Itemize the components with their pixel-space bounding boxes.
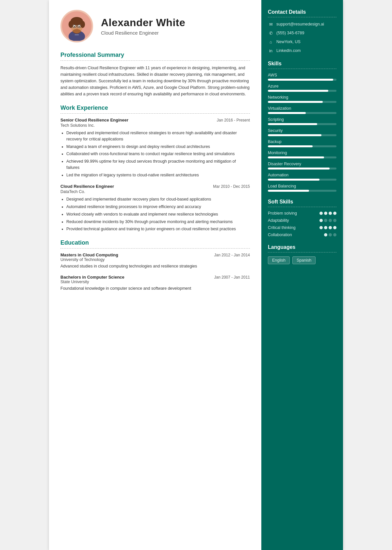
soft-skill-name: Adaptability [268,218,289,223]
contact-item: inLinkedIn.com [268,48,336,54]
skill-bar-fill [268,90,328,92]
edu-degree: Masters in Cloud Computing [60,252,118,257]
skill-bar-bg [268,90,336,92]
job-block: Senior Cloud Resilience EngineerJan 2016… [60,118,250,178]
edu-block: Masters in Cloud ComputingJan 2012 - Jan… [60,252,250,269]
contact-item: ⌂NewYork, US [268,39,336,45]
soft-skill-item: Adaptability [268,218,336,223]
skills-title: Skills [268,61,336,67]
skill-name: Load Balancing [268,184,336,188]
dot-empty [333,233,336,236]
list-item: Designed and implemented disaster recove… [66,196,250,202]
contact-value: support@resumedesign.ai [276,22,324,26]
dot-filled [319,226,323,229]
skill-bar-bg [268,112,336,114]
edu-date: Jan 2012 - Jan 2014 [214,253,250,257]
skill-item: Load Balancing [268,184,336,192]
dot-empty [333,219,336,222]
soft-skills-container: Problem solvingAdaptabilityCritical thin… [268,211,336,237]
list-item: Collaborated with cross-functional teams… [66,151,250,157]
dot-filled [333,226,336,229]
soft-skill-name: Collaboration [268,233,292,237]
soft-skill-name: Critical thinking [268,225,296,230]
skill-item: Disaster Recovery [268,162,336,170]
skill-bar-bg [268,190,336,192]
svg-rect-15 [75,34,79,35]
skill-item: Security [268,128,336,136]
contact-icon: in [268,48,274,54]
skill-bar-fill [268,101,323,103]
contact-item: ✆(555) 345-6789 [268,30,336,36]
work-experience-section: Work Experience Senior Cloud Resilience … [60,105,250,232]
skill-item: AWS [268,73,336,81]
summary-divider [60,60,250,61]
skill-bar-bg [268,134,336,136]
svg-point-14 [73,29,81,34]
list-item: Managed a team of engineers to design an… [66,144,250,150]
skill-bar-fill [268,168,330,170]
job-bullets: Developed and implemented cloud resilien… [60,130,250,178]
skill-name: Security [268,128,336,133]
skill-item: Azure [268,84,336,92]
skill-item: Scripting [268,117,336,125]
edu-date: Jan 2007 - Jan 2011 [214,275,250,280]
lang-container: EnglishSpanish [268,256,336,264]
dot-empty [324,219,327,222]
edu-container: Masters in Cloud ComputingJan 2012 - Jan… [60,252,250,292]
edu-school: State University [60,280,250,284]
soft-skills-divider [268,207,336,207]
contact-divider [268,17,336,17]
dots [319,219,336,222]
soft-skills-title: Soft Skills [268,199,336,205]
dot-filled [324,226,327,229]
skill-name: Monitoring [268,151,336,155]
list-item: Developed and implemented cloud resilien… [66,130,250,142]
skills-section: Skills AWSAzureNetworkingVirtualizationS… [268,61,336,192]
work-divider [60,113,250,114]
job-header: Senior Cloud Resilience EngineerJan 2016… [60,118,250,122]
contact-value: NewYork, US [276,40,301,44]
job-bullets: Designed and implemented disaster recove… [60,196,250,232]
skill-name: Backup [268,139,336,144]
header: Alexander White Cloud Resilience Enginee… [60,10,250,42]
dot-filled [324,233,327,236]
dots [319,212,336,215]
list-item: Achieved 99.99% uptime for key cloud ser… [66,158,250,171]
languages-divider [268,252,336,252]
summary-title: Professional Summary [60,52,250,58]
education-section: Education Masters in Cloud ComputingJan … [60,239,250,292]
lang-badge: English [268,256,290,264]
dot-filled [319,219,323,222]
svg-point-10 [78,26,80,27]
education-divider [60,248,250,249]
dot-filled [329,212,332,215]
job-title: Senior Cloud Resilience Engineer [60,118,128,122]
contact-value: LinkedIn.com [276,48,301,53]
skill-name: Virtualization [268,106,336,111]
skill-bar-bg [268,145,336,147]
candidate-job-title: Cloud Resilience Engineer [101,30,185,36]
skill-name: AWS [268,73,336,77]
contact-section: Contact Details ✉support@resumedesign.ai… [268,9,336,54]
skill-bar-fill [268,79,333,81]
skill-bar-fill [268,123,317,125]
skill-bar-bg [268,101,336,103]
edu-degree: Bachelors in Computer Science [60,275,124,280]
skill-bar-bg [268,79,336,81]
skill-bar-bg [268,168,336,170]
contact-icon: ⌂ [268,39,274,45]
dot-filled [329,226,332,229]
dot-filled [324,212,327,215]
list-item: Led the migration of legacy systems to c… [66,172,250,178]
soft-skill-item: Problem solving [268,211,336,216]
languages-title: Languages [268,244,336,250]
candidate-name: Alexander White [101,17,185,29]
list-item: Reduced downtime incidents by 30% throug… [66,219,250,225]
summary-section: Professional Summary Results-driven Clou… [60,52,250,97]
skill-item: Virtualization [268,106,336,114]
right-column: Contact Details ✉support@resumedesign.ai… [261,0,343,550]
edu-desc: Foundational knowledge in computer scien… [60,285,250,292]
skill-bar-fill [268,134,321,136]
dots [319,226,336,229]
skill-name: Disaster Recovery [268,162,336,166]
